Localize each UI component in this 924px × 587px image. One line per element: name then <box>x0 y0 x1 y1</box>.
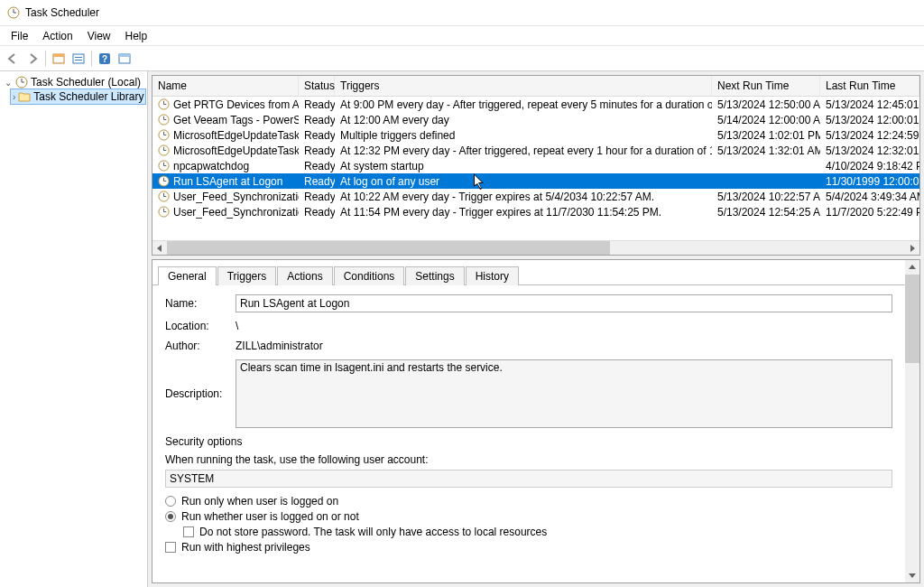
scroll-up-icon[interactable] <box>905 260 919 275</box>
table-row[interactable]: Run LSAgent at LogonReadyAt log on of an… <box>152 173 919 189</box>
cell-triggers: At 11:54 PM every day - Trigger expires … <box>335 205 712 219</box>
menu-bar: File Action View Help <box>0 26 924 46</box>
cell-triggers: Multiple triggers defined <box>335 128 712 143</box>
clock-icon <box>158 98 170 110</box>
expand-toggle-icon[interactable]: › <box>13 92 15 102</box>
menu-file[interactable]: File <box>4 28 35 44</box>
list-header: Name Status Triggers Next Run Time Last … <box>152 76 919 97</box>
folder-icon <box>18 90 31 103</box>
cell-status: Ready <box>299 159 335 173</box>
table-row[interactable]: MicrosoftEdgeUpdateTaskM...ReadyAt 12:32… <box>152 143 919 158</box>
cell-next-run: 5/13/2024 1:02:01 PM <box>712 128 820 143</box>
cell-status: Ready <box>299 144 335 158</box>
forward-button[interactable] <box>23 50 42 68</box>
scroll-left-icon[interactable] <box>152 241 167 256</box>
checkbox-no-password[interactable]: Do not store password. The task will onl… <box>183 526 892 538</box>
task-details: General Triggers Actions Conditions Sett… <box>152 259 920 583</box>
scrollbar-track[interactable] <box>905 275 919 568</box>
cell-triggers: At 12:00 AM every day <box>335 113 712 127</box>
cell-last-run: 5/4/2024 3:49:34 AM <box>820 190 919 204</box>
cell-triggers: At 9:00 PM every day - After triggered, … <box>335 98 712 112</box>
back-button[interactable] <box>4 50 22 68</box>
clock-icon <box>158 175 170 187</box>
svg-rect-6 <box>75 57 82 58</box>
navigation-tree[interactable]: ⌄ Task Scheduler (Local) › Task Schedule… <box>0 71 148 587</box>
properties-icon[interactable] <box>69 50 88 68</box>
radio-run-logged-on[interactable]: Run only when user is logged on <box>165 495 892 508</box>
tree-root-label: Task Scheduler (Local) <box>31 76 141 89</box>
tree-library[interactable]: › Task Scheduler Library <box>11 89 145 104</box>
description-field[interactable]: Clears scan time in lsagent.ini and rest… <box>236 359 892 428</box>
radio-run-logged-off[interactable]: Run whether user is logged on or not <box>165 510 892 523</box>
cell-status: Ready <box>299 205 335 219</box>
cell-last-run: 11/7/2020 5:22:49 PM <box>820 205 919 219</box>
window-title: Task Scheduler <box>25 6 99 19</box>
scroll-down-icon[interactable] <box>905 568 919 582</box>
cell-next-run: 5/13/2024 12:50:00 AM <box>712 98 820 112</box>
clock-icon <box>158 114 170 126</box>
cell-triggers: At 12:32 PM every day - After triggered,… <box>335 144 712 158</box>
menu-action[interactable]: Action <box>35 28 79 44</box>
checkbox-icon <box>183 526 194 537</box>
tab-actions[interactable]: Actions <box>277 266 332 285</box>
tree-root[interactable]: ⌄ Task Scheduler (Local) <box>2 75 145 89</box>
cell-triggers: At log on of any user <box>335 174 712 189</box>
cell-name: Get PRTG Devices from API <box>152 98 299 112</box>
cell-status: Ready <box>299 98 335 112</box>
checkbox-icon <box>165 542 176 553</box>
action-pane-icon[interactable] <box>50 50 68 68</box>
vertical-scrollbar[interactable] <box>905 260 919 582</box>
svg-rect-7 <box>75 60 82 61</box>
tab-conditions[interactable]: Conditions <box>334 266 405 285</box>
menu-help[interactable]: Help <box>118 28 155 44</box>
cell-last-run: 11/30/1999 12:00:00 AM <box>820 174 919 189</box>
cell-name: MicrosoftEdgeUpdateTaskM... <box>152 128 299 143</box>
cell-triggers: At 10:22 AM every day - Trigger expires … <box>335 190 712 204</box>
run-as-account: SYSTEM <box>165 470 892 488</box>
scrollbar-thumb[interactable] <box>167 241 610 256</box>
tab-triggers[interactable]: Triggers <box>217 266 277 285</box>
table-row[interactable]: User_Feed_Synchronization-(...ReadyAt 10… <box>152 189 919 204</box>
menu-view[interactable]: View <box>80 28 118 44</box>
scrollbar-track[interactable] <box>167 241 905 256</box>
checkbox-highest-privileges[interactable]: Run with highest privileges <box>165 541 892 554</box>
run-as-label: When running the task, use the following… <box>165 453 892 466</box>
radio-icon <box>165 511 176 522</box>
scrollbar-thumb[interactable] <box>905 275 919 363</box>
table-row[interactable]: Get PRTG Devices from APIReadyAt 9:00 PM… <box>152 97 919 112</box>
cell-status: Ready <box>299 128 335 143</box>
column-status[interactable]: Status <box>299 76 335 96</box>
table-row[interactable]: User_Feed_Synchronization-(...ReadyAt 11… <box>152 204 919 219</box>
expand-toggle-icon[interactable]: ⌄ <box>4 78 13 88</box>
scroll-right-icon[interactable] <box>905 241 919 256</box>
app-icon <box>7 6 20 19</box>
location-label: Location: <box>165 320 226 332</box>
tab-general-page: Name: Run LSAgent at Logon Location: \ A… <box>152 284 905 582</box>
tab-general[interactable]: General <box>158 266 217 285</box>
cell-last-run: 4/10/2024 9:18:42 PM <box>820 159 919 173</box>
tab-settings[interactable]: Settings <box>405 266 464 285</box>
column-last-run[interactable]: Last Run Time <box>820 76 919 96</box>
task-list[interactable]: Name Status Triggers Next Run Time Last … <box>152 75 920 256</box>
table-row[interactable]: MicrosoftEdgeUpdateTaskM...ReadyMultiple… <box>152 127 919 143</box>
refresh-icon[interactable] <box>116 50 134 68</box>
column-name[interactable]: Name <box>152 76 299 96</box>
cell-triggers: At system startup <box>335 159 712 173</box>
author-label: Author: <box>165 340 226 352</box>
help-icon[interactable]: ? <box>96 50 114 68</box>
column-triggers[interactable]: Triggers <box>335 76 712 96</box>
table-row[interactable]: Get Veeam Tags - PowerShellReadyAt 12:00… <box>152 112 919 127</box>
cell-last-run: 5/13/2024 12:00:01 AM <box>820 113 919 127</box>
author-value: ZILL\administrator <box>236 340 323 352</box>
tree-library-label: Task Scheduler Library <box>33 90 143 103</box>
cell-status: Ready <box>299 174 335 189</box>
table-row[interactable]: npcapwatchdogReadyAt system startup4/10/… <box>152 158 919 173</box>
name-field[interactable]: Run LSAgent at Logon <box>236 294 892 312</box>
cell-status: Ready <box>299 113 335 127</box>
cell-next-run: 5/14/2024 12:00:00 AM <box>712 113 820 127</box>
horizontal-scrollbar[interactable] <box>152 240 919 255</box>
list-body: Get PRTG Devices from APIReadyAt 9:00 PM… <box>152 97 919 219</box>
tab-history[interactable]: History <box>466 266 519 285</box>
column-next-run[interactable]: Next Run Time <box>712 76 820 96</box>
scheduler-icon <box>15 76 28 89</box>
